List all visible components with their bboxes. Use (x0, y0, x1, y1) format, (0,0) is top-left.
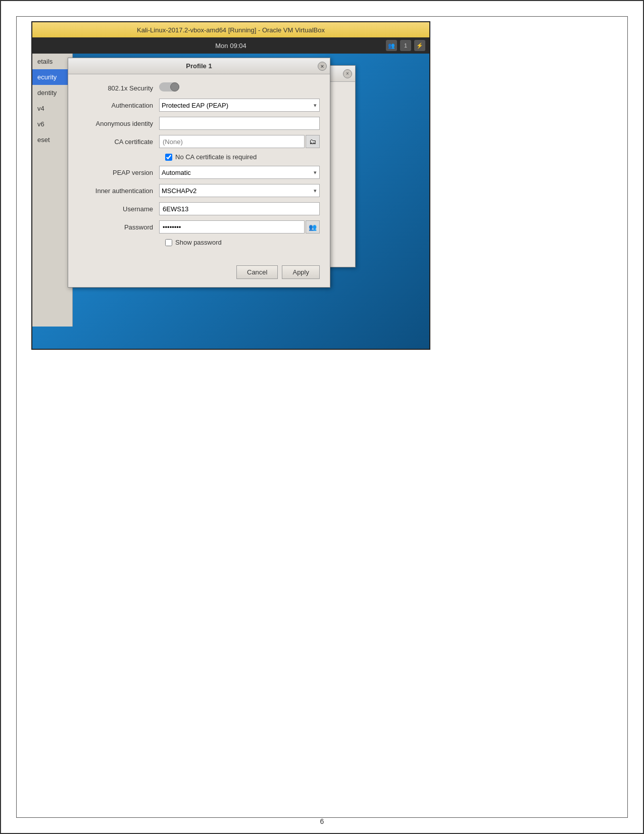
username-label: Username (78, 205, 159, 213)
no-ca-cert-row: No CA certificate is required (165, 153, 320, 161)
security-row: 802.1x Security (78, 82, 320, 94)
password-store-button[interactable]: 👥 (306, 220, 320, 234)
cancel-button[interactable]: Cancel (236, 265, 278, 279)
sidebar-item-details[interactable]: etails (32, 54, 72, 69)
people-icon: 👥 (309, 223, 317, 231)
username-input[interactable] (159, 202, 320, 215)
inner-auth-wrapper: MSCHAPv2 MD5 GTC (159, 184, 320, 197)
dialog-title: Profile 1 (186, 62, 212, 70)
power-icon: ⚡ (414, 40, 425, 51)
inner-auth-row: Inner authentication MSCHAPv2 MD5 GTC (78, 184, 320, 197)
authentication-label: Authentication (78, 102, 159, 109)
dialog-buttons: Cancel Apply (68, 259, 330, 287)
profile-dialog: Profile 1 × 802.1x Security (68, 58, 330, 288)
vbox-titlebar: Kali-Linux-2017.2-vbox-amd64 [Running] -… (32, 22, 429, 37)
toggle-knob (170, 82, 179, 91)
vm-statusbar: Mon 09:04 👥 1 ⚡ (32, 37, 429, 54)
username-wrapper (159, 202, 320, 215)
ca-cert-field: (None) (159, 135, 305, 148)
peap-version-wrapper: Automatic Version 0 Version 1 (159, 166, 320, 179)
workspace-number: 1 (400, 40, 411, 51)
username-row: Username (78, 202, 320, 215)
dialog-close-button[interactable]: × (318, 62, 327, 71)
security-label: 802.1x Security (78, 84, 159, 92)
password-row: Password 👥 (78, 220, 320, 234)
security-toggle-wrapper (159, 82, 320, 94)
sidebar-item-identity[interactable]: dentity (32, 85, 72, 101)
statusbar-right: 👥 1 ⚡ (386, 40, 425, 51)
anonymous-identity-label: Anonymous identity (78, 120, 159, 127)
no-ca-cert-label: No CA certificate is required (175, 153, 257, 161)
show-password-label: Show password (175, 239, 222, 246)
security-toggle[interactable] (159, 82, 179, 91)
password-input-row: 👥 (159, 220, 320, 234)
peap-version-select[interactable]: Automatic Version 0 Version 1 (159, 166, 320, 179)
inner-auth-label: Inner authentication (78, 187, 159, 195)
apply-button[interactable]: Apply (282, 265, 320, 279)
vbox-title: Kali-Linux-2017.2-vbox-amd64 [Running] -… (137, 26, 325, 34)
users-icon: 👥 (386, 40, 397, 51)
sidebar-item-security[interactable]: ecurity (32, 69, 72, 85)
anonymous-identity-row: Anonymous identity (78, 117, 320, 130)
password-input[interactable] (159, 220, 305, 234)
password-wrapper: 👥 (159, 220, 320, 234)
password-label: Password (78, 223, 159, 231)
page-number: 6 (320, 817, 324, 825)
inner-auth-select[interactable]: MSCHAPv2 MD5 GTC (159, 184, 320, 197)
sidebar-item-ipv4[interactable]: v4 (32, 101, 72, 116)
peap-version-row: PEAP version Automatic Version 0 Version… (78, 166, 320, 179)
sidebar-panel: etails ecurity dentity v4 v6 eset (32, 54, 73, 327)
peap-version-label: PEAP version (78, 169, 159, 176)
folder-icon: 🗂 (309, 137, 316, 146)
dialog-titlebar: Profile 1 × (68, 58, 330, 74)
no-ca-cert-checkbox[interactable] (165, 154, 172, 161)
ca-cert-browse-button[interactable]: 🗂 (306, 135, 320, 148)
ca-certificate-row: CA certificate (None) 🗂 (78, 135, 320, 148)
dialog-body: 802.1x Security Authentication Protected… (68, 74, 330, 259)
authentication-select[interactable]: Protected EAP (PEAP) TLS LEAP PWD FAST T… (159, 99, 320, 112)
sidebar-item-reset[interactable]: eset (32, 132, 72, 148)
vm-content: Mon 09:04 👥 1 ⚡ etails ecurity dentity v… (32, 37, 429, 349)
show-password-row: Show password (165, 239, 320, 246)
sidebar-item-ipv6[interactable]: v6 (32, 116, 72, 132)
ca-certificate-label: CA certificate (78, 138, 159, 146)
ca-cert-row: (None) 🗂 (159, 135, 320, 148)
dialog-behind-close[interactable]: × (343, 69, 352, 78)
vm-clock: Mon 09:04 (215, 42, 246, 50)
anonymous-identity-input[interactable] (159, 117, 320, 130)
anonymous-identity-wrapper (159, 117, 320, 130)
virtualbox-window: Kali-Linux-2017.2-vbox-amd64 [Running] -… (31, 21, 430, 350)
authentication-wrapper: Protected EAP (PEAP) TLS LEAP PWD FAST T… (159, 99, 320, 112)
show-password-checkbox[interactable] (165, 239, 172, 246)
authentication-row: Authentication Protected EAP (PEAP) TLS … (78, 99, 320, 112)
ca-certificate-wrapper: (None) 🗂 (159, 135, 320, 148)
